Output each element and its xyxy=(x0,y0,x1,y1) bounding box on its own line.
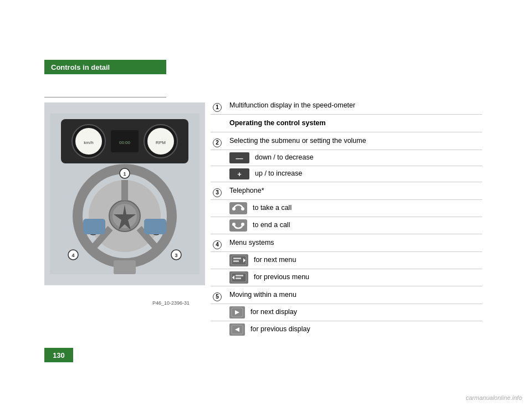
svg-text:RPM: RPM xyxy=(156,140,166,145)
prev-display-label: for previous display xyxy=(250,325,310,335)
control-system-label: Operating the control system xyxy=(227,116,482,131)
move-label: Moving within a menu xyxy=(227,287,482,303)
minus-label: down / to decrease xyxy=(255,153,314,163)
svg-point-32 xyxy=(241,207,244,210)
num-empty xyxy=(211,122,227,125)
svg-point-31 xyxy=(232,207,236,210)
svg-rect-37 xyxy=(233,260,239,262)
prev-menu-row: for previous menu xyxy=(211,269,482,286)
take-call-icon xyxy=(229,202,247,214)
page-number-text: 130 xyxy=(53,351,65,359)
take-call-row: to take a call xyxy=(211,200,482,217)
num-3: 3 xyxy=(211,185,227,197)
num-4: 4 xyxy=(211,237,227,249)
divider xyxy=(44,97,166,97)
next-display-label: for next display xyxy=(250,307,297,317)
svg-rect-30 xyxy=(114,260,136,274)
next-menu-row: for next menu xyxy=(211,252,482,269)
plus-icon: + xyxy=(229,168,249,179)
take-call-label: to take a call xyxy=(253,203,291,213)
next-menu-icon xyxy=(229,254,248,266)
page-number-badge: 130 xyxy=(44,348,73,362)
svg-rect-29 xyxy=(144,219,166,234)
svg-point-34 xyxy=(241,223,244,226)
item-1-text: Multifunction display in the speed-omete… xyxy=(227,98,482,114)
prev-menu-icon xyxy=(229,271,248,284)
plus-row: + up / to increase xyxy=(211,166,482,182)
prev-menu-label: for previous menu xyxy=(254,273,309,282)
svg-rect-36 xyxy=(233,258,241,259)
svg-text:3: 3 xyxy=(175,253,177,258)
svg-text:1: 1 xyxy=(123,171,126,177)
end-call-label: to end a call xyxy=(253,220,290,230)
next-menu-label: for next menu xyxy=(254,255,296,265)
info-row-1: 1 Multifunction display in the speed-ome… xyxy=(211,97,482,115)
next-display-icon xyxy=(229,306,245,318)
num-2: 2 xyxy=(211,135,227,147)
minus-row: — down / to decrease xyxy=(211,150,482,166)
info-row-5: 5 Moving within a menu xyxy=(211,286,482,304)
end-call-row: to end a call xyxy=(211,217,482,234)
svg-rect-41 xyxy=(236,278,241,279)
next-display-row: for next display xyxy=(211,304,482,321)
image-label: P46_10-2396-31 xyxy=(152,300,190,306)
svg-text:km/h: km/h xyxy=(84,140,93,145)
svg-text:00:00: 00:00 xyxy=(119,140,131,145)
header-title: Controls in detail xyxy=(51,63,110,71)
info-row-4: 4 Menu systems xyxy=(211,234,482,252)
svg-text:4: 4 xyxy=(71,253,74,258)
telephone-label: Telephone* xyxy=(227,183,482,199)
num-1: 1 xyxy=(211,100,227,112)
header-banner: Controls in detail xyxy=(44,60,166,74)
prev-display-icon xyxy=(229,323,245,336)
minus-icon: — xyxy=(229,152,249,163)
watermark: carmanualonline.info xyxy=(466,394,522,401)
plus-label: up / to increase xyxy=(255,169,302,179)
svg-rect-40 xyxy=(236,275,243,276)
control-system-row: Operating the control system xyxy=(211,115,482,132)
steering-wheel-image: km/h RPM 00:00 1 2 3 4 5 xyxy=(44,102,205,285)
info-row-3: 3 Telephone* xyxy=(211,182,482,200)
info-table: 1 Multifunction display in the speed-ome… xyxy=(211,97,482,338)
svg-point-33 xyxy=(232,223,236,226)
prev-display-row: for previous display xyxy=(211,321,482,338)
item-2-text: Selecting the submenu or setting the vol… xyxy=(227,133,482,149)
num-5: 5 xyxy=(211,289,227,301)
menu-label: Menu systems xyxy=(227,235,482,251)
end-call-icon xyxy=(229,219,247,232)
info-row-2: 2 Selecting the submenu or setting the v… xyxy=(211,132,482,150)
svg-rect-28 xyxy=(83,219,105,234)
